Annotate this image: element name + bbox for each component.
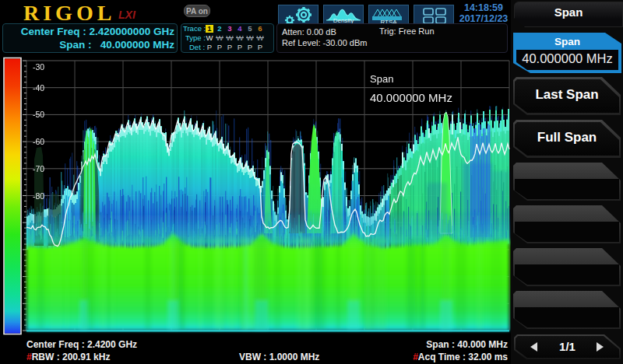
svg-text:-30: -30 <box>33 62 44 72</box>
svg-text:P: P <box>238 43 242 51</box>
svg-text:-80: -80 <box>33 191 44 201</box>
svg-text:P: P <box>207 43 212 51</box>
svg-text:P: P <box>227 43 232 51</box>
svg-text:P: P <box>217 43 222 51</box>
svg-text:40.000000 MHz: 40.000000 MHz <box>370 91 452 104</box>
svg-text:P: P <box>248 43 252 51</box>
svg-text:Type :: Type : <box>185 33 206 42</box>
svg-text:Trace :: Trace : <box>183 24 206 33</box>
svg-text:4: 4 <box>238 24 242 33</box>
svg-text:-50: -50 <box>33 110 44 119</box>
svg-text:-60: -60 <box>33 137 44 146</box>
svg-text:Det :: Det : <box>189 43 205 51</box>
svg-text:6: 6 <box>258 24 262 33</box>
svg-text:2: 2 <box>217 24 221 33</box>
svg-text:Span: Span <box>370 73 393 85</box>
svg-text:-70: -70 <box>33 164 44 173</box>
svg-text:5: 5 <box>248 24 252 33</box>
svg-text:P: P <box>258 43 262 51</box>
svg-text:-40: -40 <box>33 83 44 93</box>
svg-text:1: 1 <box>207 24 212 33</box>
svg-text:W: W <box>206 33 213 42</box>
svg-text:3: 3 <box>227 24 231 33</box>
